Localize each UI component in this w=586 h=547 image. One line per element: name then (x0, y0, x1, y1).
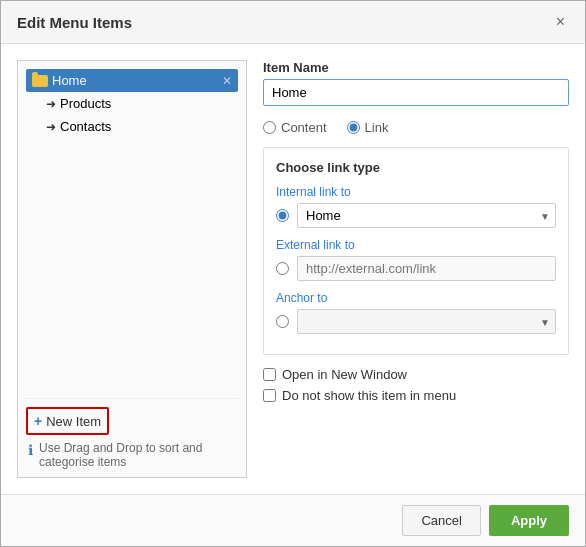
do-not-show-label: Do not show this item in menu (282, 388, 456, 403)
external-link-label: External link to (276, 238, 556, 252)
content-radio-option[interactable]: Content (263, 120, 327, 135)
anchor-row: ▼ (276, 309, 556, 334)
new-item-label: New Item (46, 414, 101, 429)
arrow-icon-contacts: ➜ (46, 120, 56, 134)
dialog-footer: Cancel Apply (1, 494, 585, 546)
apply-button[interactable]: Apply (489, 505, 569, 536)
anchor-label: Anchor to (276, 291, 556, 305)
content-radio[interactable] (263, 121, 276, 134)
do-not-show-option[interactable]: Do not show this item in menu (263, 388, 569, 403)
anchor-group: Anchor to ▼ (276, 291, 556, 334)
drag-hint-text: Use Drag and Drop to sort and categorise… (39, 441, 236, 469)
external-link-row (276, 256, 556, 281)
tree-item-contacts[interactable]: ➜ Contacts (26, 115, 238, 138)
internal-link-select[interactable]: Home Products Contacts (297, 203, 556, 228)
item-name-input[interactable] (263, 79, 569, 106)
internal-link-group: Internal link to Home Products Contacts … (276, 185, 556, 228)
item-name-label: Item Name (263, 60, 569, 75)
content-label: Content (281, 120, 327, 135)
anchor-select[interactable] (297, 309, 556, 334)
internal-link-row: Home Products Contacts ▼ (276, 203, 556, 228)
tree-item-home[interactable]: Home ✕ (26, 69, 238, 92)
checkbox-section: Open in New Window Do not show this item… (263, 367, 569, 403)
dialog-title: Edit Menu Items (17, 14, 132, 31)
new-item-area: + New Item ℹ Use Drag and Drop to sort a… (26, 398, 238, 469)
open-new-window-option[interactable]: Open in New Window (263, 367, 569, 382)
info-icon: ℹ (28, 442, 33, 458)
tree-item-products-label: Products (60, 96, 232, 111)
link-radio-option[interactable]: Link (347, 120, 389, 135)
dialog-header: Edit Menu Items × (1, 1, 585, 44)
plus-icon: + (34, 413, 42, 429)
tree-item-contacts-label: Contacts (60, 119, 232, 134)
link-label: Link (365, 120, 389, 135)
link-radio[interactable] (347, 121, 360, 134)
link-type-section: Choose link type Internal link to Home P… (263, 147, 569, 355)
close-button[interactable]: × (552, 13, 569, 31)
new-item-button[interactable]: + New Item (26, 407, 109, 435)
do-not-show-checkbox[interactable] (263, 389, 276, 402)
right-panel: Item Name Content Link Choose link type (263, 60, 569, 478)
item-name-section: Item Name (263, 60, 569, 106)
link-type-title: Choose link type (276, 160, 556, 175)
anchor-select-wrapper: ▼ (297, 309, 556, 334)
drag-hint: ℹ Use Drag and Drop to sort and categori… (26, 441, 238, 469)
dialog-body: Home ✕ ➜ Products ➜ Contacts + New Item (1, 44, 585, 494)
tree-item-products[interactable]: ➜ Products (26, 92, 238, 115)
internal-link-label: Internal link to (276, 185, 556, 199)
external-link-input[interactable] (297, 256, 556, 281)
internal-link-radio[interactable] (276, 209, 289, 222)
arrow-icon-products: ➜ (46, 97, 56, 111)
remove-home-icon[interactable]: ✕ (222, 74, 232, 88)
open-new-window-checkbox[interactable] (263, 368, 276, 381)
internal-link-select-wrapper: Home Products Contacts ▼ (297, 203, 556, 228)
tree-item-home-label: Home (52, 73, 218, 88)
external-link-group: External link to (276, 238, 556, 281)
anchor-radio[interactable] (276, 315, 289, 328)
menu-tree-panel: Home ✕ ➜ Products ➜ Contacts + New Item (17, 60, 247, 478)
content-link-radio-group: Content Link (263, 120, 569, 135)
edit-menu-items-dialog: Edit Menu Items × Home ✕ ➜ Products ➜ Co… (0, 0, 586, 547)
open-new-window-label: Open in New Window (282, 367, 407, 382)
folder-icon (32, 75, 48, 87)
cancel-button[interactable]: Cancel (402, 505, 480, 536)
external-link-radio[interactable] (276, 262, 289, 275)
